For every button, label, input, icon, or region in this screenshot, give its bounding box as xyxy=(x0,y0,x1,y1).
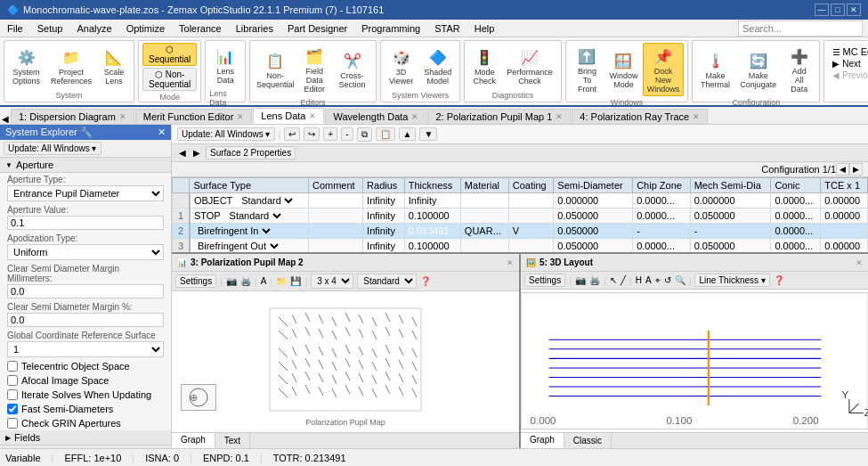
move-up-button[interactable]: ▲ xyxy=(399,127,417,141)
fast-semi-check[interactable] xyxy=(7,404,18,414)
row-1-tce[interactable]: 0.00000 xyxy=(821,208,868,224)
mc-editor-button[interactable]: ☰ MC Editor xyxy=(832,46,868,57)
layout-settings-button[interactable]: Settings xyxy=(524,274,565,287)
menu-programming[interactable]: Programming xyxy=(354,21,427,36)
mode-check-button[interactable]: 🚦 ModeCheck xyxy=(468,44,500,88)
row-2-thickness[interactable]: 0.013491 xyxy=(404,224,460,239)
make-thermal-button[interactable]: 🌡️ MakeThermal xyxy=(696,47,734,92)
config-prev-button[interactable]: ◀ xyxy=(836,163,849,176)
polar-help-icon[interactable]: ❓ xyxy=(420,276,431,286)
row-2-mech-semi[interactable]: - xyxy=(690,224,771,239)
row-1-type-select[interactable]: Standard xyxy=(226,209,284,222)
row-3-coating[interactable] xyxy=(508,239,554,253)
cross-section-button[interactable]: ✂️ Cross-Section xyxy=(332,47,372,92)
make-conjugate-button[interactable]: 🔄 MakeConjugate xyxy=(736,47,781,92)
sidebar-close-icon[interactable]: ✕ xyxy=(158,127,166,138)
non-sequential-editor-button[interactable]: 📋 Non-Sequential xyxy=(254,47,296,92)
row-0-conic[interactable]: 0.0000... xyxy=(771,193,821,208)
add-all-data-button[interactable]: ➕ Add AllData xyxy=(783,43,815,96)
aperture-section-header[interactable]: ▼ Aperture xyxy=(0,158,171,173)
menu-optimize[interactable]: Optimize xyxy=(119,21,172,36)
menu-star[interactable]: STAR xyxy=(427,21,467,36)
previous-button[interactable]: ◀ Previous xyxy=(832,70,868,80)
project-references-button[interactable]: 📁 ProjectReferences xyxy=(46,44,96,88)
check-grin-check[interactable] xyxy=(7,418,18,429)
tab-merit-function[interactable]: Merit Function Editor ✕ xyxy=(135,109,252,124)
polar-panel-close[interactable]: ✕ xyxy=(507,258,514,267)
delete-surface-button[interactable]: - xyxy=(341,127,353,141)
polar-text-tab[interactable]: Text xyxy=(215,433,250,448)
tab-polarization-pupil[interactable]: 2: Polarization Pupil Map 1 ✕ xyxy=(427,109,571,124)
search-input[interactable] xyxy=(738,20,863,37)
global-coord-select[interactable]: 1 xyxy=(7,341,164,357)
iterate-check[interactable] xyxy=(7,389,18,400)
row-2-coating[interactable]: V xyxy=(508,224,554,239)
row-2-tce[interactable] xyxy=(821,224,868,239)
window-mode-button[interactable]: 🪟 WindowMode xyxy=(606,47,641,92)
row-1-chip-zone[interactable]: 0.0000... xyxy=(633,208,690,224)
tab-polar-close[interactable]: ✕ xyxy=(556,112,563,121)
row-1-comment[interactable] xyxy=(308,208,362,224)
menu-tolerance[interactable]: Tolerance xyxy=(172,21,229,36)
row-3-radius[interactable]: Infinity xyxy=(363,239,405,253)
tab-dispersion-close[interactable]: ✕ xyxy=(119,112,126,121)
row-1-material[interactable] xyxy=(460,208,508,224)
surface-properties-button[interactable]: Surface 2 Properties xyxy=(206,146,296,159)
row-2-material[interactable]: QUAR... xyxy=(460,224,508,239)
row-0-radius[interactable]: Infinity xyxy=(363,193,405,208)
undo-button[interactable]: ↩ xyxy=(284,127,300,141)
scale-lens-button[interactable]: 📐 ScaleLens xyxy=(98,44,130,88)
row-2-semi-dia[interactable]: 0.050000 xyxy=(554,224,633,239)
row-1-coating[interactable] xyxy=(508,208,554,224)
tab-lens-data[interactable]: Lens Data ✕ xyxy=(253,108,324,124)
menu-file[interactable]: File xyxy=(0,21,30,36)
shaded-model-button[interactable]: 🔷 ShadedModel xyxy=(419,44,456,88)
move-down-button[interactable]: ▼ xyxy=(419,127,437,141)
row-3-thickness[interactable]: 0.100000 xyxy=(404,239,460,253)
surface-scroll-left[interactable]: ◀ xyxy=(177,148,188,158)
row-3-material[interactable] xyxy=(460,239,508,253)
paste-button[interactable]: 📋 xyxy=(376,127,395,141)
add-surface-button[interactable]: + xyxy=(323,127,337,141)
row-1-semi-dia[interactable]: 0.050000 xyxy=(554,208,633,224)
row-1-conic[interactable]: 0.0000... xyxy=(771,208,821,224)
layout-graph-tab[interactable]: Graph xyxy=(521,433,564,448)
config-next-button[interactable]: ▶ xyxy=(849,163,863,176)
row-0-type-select[interactable]: Standard xyxy=(238,194,296,207)
menu-help[interactable]: Help xyxy=(467,21,502,36)
polar-style-select[interactable]: Standard xyxy=(357,274,417,289)
tab-dispersion-diagram[interactable]: 1: Dispersion Diagram ✕ xyxy=(11,109,134,124)
row-2-surface-type[interactable]: Birefringent In xyxy=(190,224,309,239)
row-0-surface-type[interactable]: OBJECT Standard xyxy=(190,193,309,208)
tab-wavelength-close[interactable]: ✕ xyxy=(411,112,418,121)
redo-button[interactable]: ↪ xyxy=(304,127,320,141)
dock-new-windows-button[interactable]: 📌 Dock NewWindows xyxy=(643,43,685,96)
aperture-value-input[interactable] xyxy=(7,216,164,230)
copy-button[interactable]: ⧉ xyxy=(357,127,372,142)
row-0-semi-dia[interactable]: 0.000000 xyxy=(554,193,633,208)
row-0-thickness[interactable]: Infinity xyxy=(404,193,460,208)
clear-semi-dia-mm-input[interactable] xyxy=(7,284,164,298)
wavelengths-section-header[interactable]: ▶ Wavelengths xyxy=(0,446,171,448)
afocal-check[interactable] xyxy=(7,375,18,386)
non-sequential-mode-button[interactable]: ⬡ Non-Sequential xyxy=(142,68,197,91)
line-thickness-button[interactable]: Line Thickness ▾ xyxy=(694,274,769,287)
row-3-type-select[interactable]: Birefringent Out xyxy=(194,240,281,252)
sequential-mode-button[interactable]: ⬡ Sequential xyxy=(142,43,197,66)
tab-polarization-ray[interactable]: 4: Polarization Ray Trace ✕ xyxy=(572,109,708,124)
row-2-type-select[interactable]: Birefringent In xyxy=(194,225,273,237)
performance-check-button[interactable]: 📈 PerformanceCheck xyxy=(502,44,557,88)
row-0-mech-semi[interactable]: 0.000000 xyxy=(690,193,771,208)
polar-grid-select[interactable]: 3 x 4 xyxy=(311,274,353,289)
menu-libraries[interactable]: Libraries xyxy=(229,21,280,36)
minimize-button[interactable]: — xyxy=(815,4,829,16)
surface-scroll-right[interactable]: ▶ xyxy=(191,148,202,158)
row-2-conic[interactable]: 0.0000... xyxy=(771,224,821,239)
row-1-radius[interactable]: Infinity xyxy=(363,208,405,224)
row-1-thickness[interactable]: 0.100000 xyxy=(404,208,460,224)
menu-setup[interactable]: Setup xyxy=(30,21,70,36)
polar-settings-button[interactable]: Settings xyxy=(175,274,216,288)
update-all-windows-button[interactable]: Update: All Windows ▾ xyxy=(177,127,275,141)
row-1-mech-semi[interactable]: 0.050000 xyxy=(690,208,771,224)
row-2-radius[interactable]: Infinity xyxy=(363,224,405,239)
